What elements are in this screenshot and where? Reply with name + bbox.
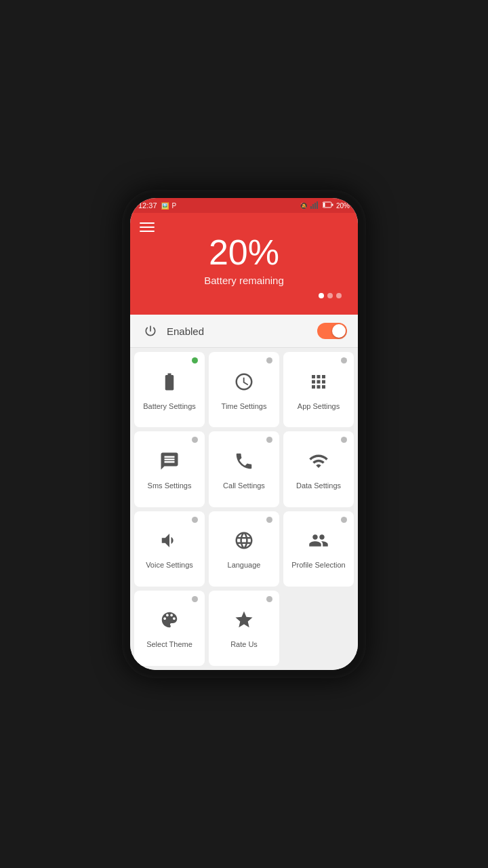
data-settings-label: Data Settings: [296, 481, 341, 490]
dot-1: [319, 293, 324, 298]
app-settings-icon: [308, 372, 329, 397]
profile-selection-icon: [308, 530, 329, 555]
svg-rect-3: [317, 201, 318, 209]
grid-item-data-settings[interactable]: Data Settings: [283, 431, 354, 507]
app-settings-dot: [341, 357, 347, 363]
dot-3: [336, 293, 342, 298]
grid-item-profile-selection[interactable]: Profile Selection: [283, 511, 354, 587]
status-photo-icon: 🖼️: [161, 202, 169, 210]
toggle-row: Enabled: [130, 315, 358, 348]
status-time: 12:37: [138, 201, 157, 210]
svg-rect-6: [323, 203, 325, 207]
phone-screen: 12:37 🖼️ P 🔕 20% 20% Battery remaini: [130, 198, 358, 670]
call-settings-icon: [234, 451, 254, 476]
profile-selection-label: Profile Selection: [291, 561, 346, 570]
select-theme-dot: [192, 596, 198, 602]
battery-settings-dot: [192, 357, 198, 363]
grid-item-voice-settings[interactable]: Voice Settings: [134, 511, 205, 587]
sms-settings-label: Sms Settings: [148, 481, 192, 490]
status-battery-icon: [323, 201, 333, 210]
grid-item-call-settings[interactable]: Call Settings: [209, 431, 279, 507]
app-settings-label: App Settings: [298, 402, 340, 411]
svg-rect-5: [331, 204, 333, 206]
time-settings-dot: [266, 357, 272, 363]
toggle-knob: [332, 324, 346, 338]
call-settings-dot: [266, 437, 272, 443]
phone-frame: 12:37 🖼️ P 🔕 20% 20% Battery remaini: [122, 190, 366, 678]
grid-item-language[interactable]: Language: [209, 511, 279, 587]
svg-rect-2: [314, 203, 316, 209]
time-settings-label: Time Settings: [222, 402, 267, 411]
sms-settings-icon: [159, 451, 180, 476]
select-theme-label: Select Theme: [146, 640, 192, 649]
language-label: Language: [228, 561, 261, 570]
toggle-label: Enabled: [167, 326, 317, 337]
language-icon: [234, 530, 254, 555]
voice-settings-label: Voice Settings: [146, 561, 193, 570]
language-dot: [266, 517, 272, 523]
grid-item-time-settings[interactable]: Time Settings: [209, 352, 279, 427]
battery-settings-icon: [159, 372, 180, 397]
status-bar: 12:37 🖼️ P 🔕 20%: [130, 198, 358, 213]
select-theme-icon: [159, 610, 180, 635]
status-battery-pct: 20%: [336, 202, 350, 210]
svg-rect-1: [312, 204, 314, 209]
carousel-dots: [144, 293, 344, 298]
dot-2: [327, 293, 333, 298]
grid-item-battery-settings[interactable]: Battery Settings: [134, 352, 205, 427]
grid-item-sms-settings[interactable]: Sms Settings: [134, 431, 205, 507]
hero-section: 20% Battery remaining: [130, 213, 358, 315]
battery-settings-label: Battery Settings: [143, 402, 196, 411]
power-icon: [141, 321, 160, 340]
grid-item-app-settings[interactable]: App Settings: [283, 352, 354, 427]
time-settings-icon: [234, 372, 254, 397]
settings-grid: Battery Settings Time Settings: [130, 348, 358, 670]
status-mute-icon: 🔕: [300, 202, 308, 210]
status-p-icon: P: [172, 202, 177, 210]
grid-item-select-theme[interactable]: Select Theme: [134, 591, 205, 666]
grid-item-rate-us[interactable]: Rate Us: [209, 591, 279, 666]
profile-selection-dot: [341, 517, 347, 523]
data-settings-dot: [341, 437, 347, 443]
enabled-toggle[interactable]: [317, 323, 347, 339]
rate-us-label: Rate Us: [230, 640, 258, 649]
status-signal-icon: [310, 201, 320, 210]
voice-settings-dot: [192, 517, 198, 523]
data-settings-icon: [308, 451, 329, 476]
call-settings-label: Call Settings: [223, 481, 265, 490]
rate-us-icon: [234, 610, 254, 635]
rate-us-dot: [266, 596, 272, 602]
svg-rect-0: [310, 206, 312, 209]
battery-label: Battery remaining: [144, 275, 344, 286]
battery-percent: 20%: [144, 233, 344, 272]
sms-settings-dot: [192, 437, 198, 443]
hamburger-menu[interactable]: [140, 222, 155, 232]
voice-settings-icon: [159, 530, 180, 555]
